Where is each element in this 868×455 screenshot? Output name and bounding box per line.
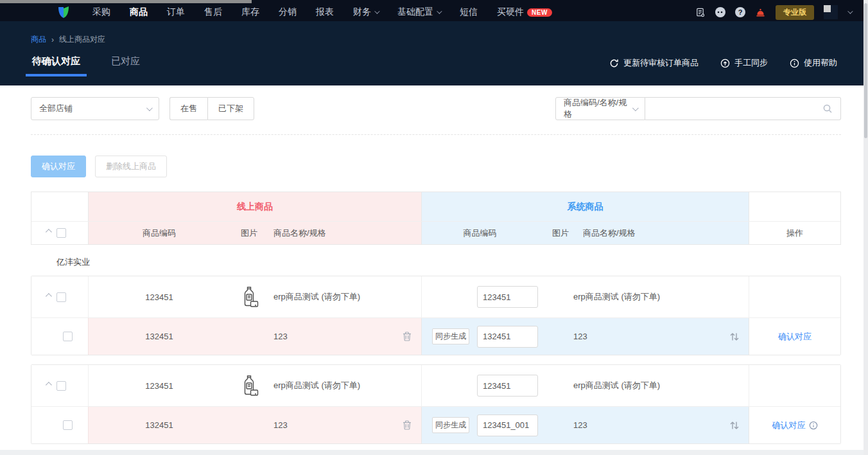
- sync-generated-tag: 同步生成: [432, 417, 469, 433]
- breadcrumb-separator: ›: [51, 35, 54, 44]
- online-image-column-header: 图片: [230, 228, 268, 239]
- chevron-up-icon: [46, 293, 52, 299]
- product-match-card: 123451 erp商品测试 (请勿下单) erp商品测试 (请勿下单): [31, 364, 841, 444]
- page-subheader: 商品 › 线上商品对应 待确认对应 已对应 更新待审核订单商品 手工同步 使用帮…: [0, 21, 868, 85]
- product-match-card: 123451 erp商品测试 (请勿下单) erp商品测试 (请勿下单): [31, 276, 841, 355]
- off-shelf-button[interactable]: 已下架: [207, 97, 254, 120]
- match-table: 线上商品 系统商品 商品编码 图片 商品名称/规格 商品编码 图片: [31, 192, 841, 444]
- system-code-input[interactable]: [477, 415, 538, 436]
- system-product-name: 123: [538, 332, 720, 341]
- collapse-all-caret[interactable]: [46, 231, 50, 235]
- online-product-code: 123451: [89, 292, 230, 302]
- plan-badge[interactable]: 专业版: [776, 5, 814, 20]
- online-product-name: erp商品测试 (请勿下单): [268, 380, 393, 391]
- breadcrumb: 商品 › 线上商品对应: [31, 21, 837, 45]
- row-checkbox[interactable]: [56, 381, 66, 391]
- system-code-column-header: 商品编码: [422, 228, 538, 239]
- search-box: [645, 97, 841, 120]
- swap-match-icon[interactable]: [720, 420, 749, 431]
- search-input[interactable]: [645, 98, 815, 120]
- shop-select[interactable]: 全部店铺: [31, 97, 159, 120]
- collapse-row-caret[interactable]: [46, 384, 50, 388]
- chat-icon[interactable]: [715, 7, 725, 17]
- delete-online-product-button[interactable]: 删除线上商品: [95, 156, 167, 177]
- user-menu-chevron-icon[interactable]: [847, 8, 853, 13]
- nav-item-reports[interactable]: 报表: [316, 6, 334, 18]
- on-sale-button[interactable]: 在售: [169, 97, 207, 120]
- operation-column-header: 操作: [749, 222, 840, 244]
- logo-icon: [57, 5, 70, 19]
- alarm-bell-icon[interactable]: [755, 7, 766, 18]
- order-list-icon[interactable]: [695, 7, 706, 18]
- delete-trash-icon[interactable]: [393, 331, 421, 342]
- nav-item-inventory[interactable]: 库存: [241, 6, 259, 18]
- chevron-down-icon: [146, 105, 153, 111]
- refresh-icon: [609, 58, 619, 68]
- help-question-icon[interactable]: ?: [735, 7, 745, 17]
- system-product-name: 123: [538, 420, 720, 430]
- breadcrumb-parent[interactable]: 商品: [31, 34, 46, 45]
- chevron-down-icon: [374, 8, 379, 13]
- delete-trash-icon[interactable]: [393, 420, 421, 431]
- nav-item-aftersales[interactable]: 售后: [204, 6, 222, 18]
- system-image-column-header: 图片: [538, 228, 583, 239]
- swap-match-icon[interactable]: [720, 331, 749, 343]
- system-code-input[interactable]: [477, 326, 538, 348]
- row-checkbox[interactable]: [63, 332, 73, 341]
- dashed-separator: [31, 134, 841, 135]
- nav-item-buy-hardware[interactable]: 买硬件 NEW: [497, 6, 552, 18]
- confirm-match-link[interactable]: 确认对应: [772, 420, 818, 431]
- chevron-down-icon: [632, 105, 639, 111]
- nav-item-distribution[interactable]: 分销: [279, 6, 297, 18]
- user-avatar[interactable]: [824, 5, 838, 19]
- chevron-up-icon: [46, 382, 52, 388]
- online-name-column-header: 商品名称/规格: [268, 228, 393, 239]
- row-checkbox[interactable]: [63, 420, 73, 430]
- vertical-scrollbar[interactable]: [864, 0, 868, 455]
- tab-matched[interactable]: 已对应: [110, 55, 141, 76]
- header-spacer-cell: [31, 192, 88, 221]
- system-code-input[interactable]: [477, 375, 538, 397]
- confirm-match-button[interactable]: 确认对应: [31, 156, 86, 177]
- sync-upload-icon: [720, 58, 730, 68]
- system-code-input[interactable]: [477, 286, 538, 308]
- sync-generated-tag: 同步生成: [432, 328, 469, 344]
- manual-sync-button[interactable]: 手工同步: [720, 57, 768, 69]
- nav-item-base-config[interactable]: 基础配置: [397, 6, 440, 18]
- product-image-icon: [230, 375, 268, 397]
- collapse-row-caret[interactable]: [46, 295, 50, 299]
- system-product-group-header: 系统商品: [422, 192, 749, 221]
- nav-item-finance[interactable]: 财务: [353, 6, 378, 18]
- online-product-group-header: 线上商品: [88, 192, 422, 221]
- online-product-code: 132451: [89, 420, 230, 430]
- tab-pending-match[interactable]: 待确认对应: [31, 55, 82, 76]
- window-top-strip: [0, 0, 252, 3]
- search-icon[interactable]: [815, 103, 840, 114]
- row-checkbox[interactable]: [56, 292, 66, 302]
- new-badge: NEW: [527, 8, 552, 17]
- online-code-column-header: 商品编码: [89, 228, 230, 239]
- online-product-code: 132451: [89, 332, 230, 341]
- confirm-match-link[interactable]: 确认对应: [778, 331, 812, 343]
- nav-item-products[interactable]: 商品: [130, 6, 148, 18]
- shop-group-label: 亿沣实业: [31, 245, 841, 276]
- usage-help-button[interactable]: 使用帮助: [790, 57, 837, 69]
- nav-item-purchase[interactable]: 采购: [92, 6, 110, 18]
- app-logo[interactable]: [56, 5, 71, 19]
- info-icon: [809, 421, 818, 430]
- scrollbar-thumb[interactable]: [864, 3, 867, 138]
- select-all-checkbox[interactable]: [56, 228, 66, 238]
- chevron-down-icon: [437, 8, 442, 13]
- info-icon: [790, 58, 799, 68]
- refresh-pending-orders-button[interactable]: 更新待审核订单商品: [609, 57, 699, 69]
- system-product-name: erp商品测试 (请勿下单): [538, 291, 720, 303]
- nav-item-orders[interactable]: 订单: [167, 6, 185, 18]
- footer-strip: [0, 450, 868, 455]
- system-product-name: erp商品测试 (请勿下单): [538, 380, 720, 391]
- search-field-select[interactable]: 商品编码/名称/规格: [555, 97, 645, 120]
- online-product-code: 123451: [89, 381, 230, 391]
- online-product-name: erp商品测试 (请勿下单): [268, 291, 393, 303]
- nav-item-sms[interactable]: 短信: [460, 6, 478, 18]
- online-product-name: 123: [268, 332, 393, 341]
- online-product-name: 123: [268, 420, 393, 430]
